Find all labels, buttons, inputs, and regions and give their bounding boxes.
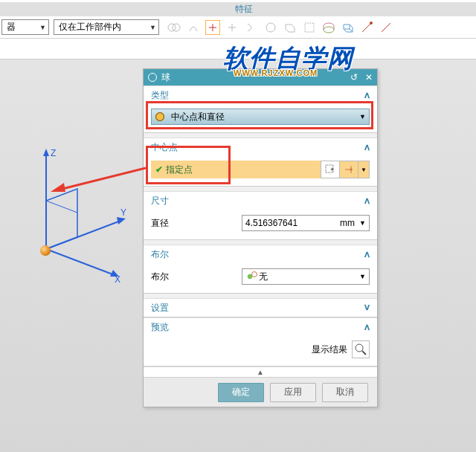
diameter-input[interactable]: 4.516367641 mm ▼ <box>242 215 370 231</box>
combo-filter-2-text: 仅在工作部件内 <box>59 21 121 33</box>
section-center-label: 中心点 <box>151 141 178 154</box>
svg-text:Y: Y <box>120 207 126 218</box>
apply-button[interactable]: 应用 <box>270 383 316 402</box>
toolbar-main: 器 ▼ 仅在工作部件内 ▼ <box>0 16 476 39</box>
section-size-label: 尺寸 <box>151 195 169 207</box>
section-settings-header[interactable]: 设置 ʌ <box>144 299 377 317</box>
dialog-titlebar[interactable]: 球 ↺ ✕ <box>144 69 377 85</box>
bool-dropdown[interactable]: 无 ▼ <box>242 268 370 285</box>
show-result-label: 显示结果 <box>312 343 347 356</box>
section-bool-header[interactable]: 布尔 ʌ <box>144 245 377 263</box>
tool-icon-6[interactable] <box>263 20 278 35</box>
chevron-up-icon: ʌ <box>364 142 370 152</box>
type-dropdown[interactable]: 中心点和直径 ▼ <box>151 109 370 125</box>
chevron-up-icon: ʌ <box>364 90 370 100</box>
ok-button[interactable]: 确定 <box>218 383 264 402</box>
show-result-button[interactable] <box>352 340 370 358</box>
section-bool-label: 布尔 <box>151 248 169 261</box>
svg-point-6 <box>266 23 275 32</box>
section-size-header[interactable]: 尺寸 ʌ <box>144 192 377 210</box>
chevron-up-icon: ʌ <box>364 196 370 206</box>
origin-point[interactable] <box>40 245 51 256</box>
dialog-button-row: 确定 应用 取消 <box>144 377 377 407</box>
chevron-down-icon: ▼ <box>149 24 156 31</box>
tool-icon-12[interactable] <box>379 20 394 35</box>
svg-text:Z: Z <box>51 149 56 158</box>
chevron-down-icon: ▼ <box>359 113 366 120</box>
svg-line-8 <box>350 25 353 28</box>
svg-point-32 <box>356 344 363 352</box>
svg-line-18 <box>46 249 115 275</box>
type-dropdown-value: 中心点和直径 <box>171 111 225 123</box>
tool-icon-10[interactable] <box>341 20 356 35</box>
combo-filter-2[interactable]: 仅在工作部件内 ▼ <box>54 19 159 35</box>
tool-icon-11[interactable] <box>360 20 375 35</box>
toolbar-icons <box>167 20 394 35</box>
combo-filter-1[interactable]: 器 ▼ <box>1 19 49 35</box>
close-icon[interactable]: ✕ <box>365 72 373 83</box>
svg-rect-7 <box>305 23 314 32</box>
tool-icon-3[interactable] <box>205 20 220 35</box>
point-constructor-button[interactable] <box>339 161 358 178</box>
diameter-unit: mm <box>340 218 355 228</box>
section-center-header[interactable]: 中心点 ʌ <box>144 138 377 156</box>
point-picker-button[interactable]: + <box>321 161 340 178</box>
chevron-up-icon: ʌ <box>364 322 370 332</box>
svg-line-12 <box>362 23 371 32</box>
tool-icon-4[interactable] <box>225 20 239 35</box>
sphere-dialog: 球 ↺ ✕ 类型 ʌ 中心点和直径 ▼ 中心点 ʌ <box>143 68 378 407</box>
magnifier-icon <box>354 343 367 356</box>
tool-icon-8[interactable] <box>302 20 317 35</box>
section-preview-label: 预览 <box>151 321 169 334</box>
section-type-header[interactable]: 类型 ʌ <box>144 86 377 104</box>
svg-marker-16 <box>43 149 49 156</box>
section-preview-header[interactable]: 预览 ʌ <box>144 318 377 336</box>
diameter-label: 直径 <box>151 217 169 230</box>
svg-point-13 <box>370 22 373 25</box>
sphere-type-icon <box>155 112 165 122</box>
chevron-down-icon: ▼ <box>39 24 46 31</box>
specify-point-label: 指定点 <box>166 164 193 176</box>
cancel-button[interactable]: 取消 <box>322 383 368 402</box>
svg-point-1 <box>173 24 180 31</box>
chevron-down-icon: ▼ <box>359 273 366 280</box>
tool-icon-1[interactable] <box>167 20 181 35</box>
svg-text:X: X <box>115 274 120 282</box>
feature-tab[interactable]: 特征 <box>235 3 253 16</box>
reset-icon[interactable]: ↺ <box>350 72 358 83</box>
diameter-value: 4.516367641 <box>245 218 298 228</box>
tool-icon-7[interactable] <box>283 20 298 35</box>
check-icon: ✔ <box>155 164 163 175</box>
point-options-button[interactable]: ▼ <box>358 161 370 178</box>
svg-line-33 <box>362 351 366 355</box>
chevron-down-icon: ▼ <box>359 219 366 227</box>
dialog-collapse-bar[interactable]: ▲ <box>144 367 377 377</box>
chevron-down-icon: ʌ <box>364 303 370 313</box>
specify-point-field[interactable]: ✔ 指定点 <box>151 161 321 178</box>
combo-filter-1-text: 器 <box>7 21 16 33</box>
bool-value: 无 <box>259 271 268 283</box>
svg-point-0 <box>168 24 176 31</box>
chevron-up-icon: ʌ <box>364 249 370 259</box>
dialog-title-text: 球 <box>161 71 170 84</box>
section-type-label: 类型 <box>151 89 169 102</box>
coordinate-axes: Z X Y <box>31 149 128 282</box>
svg-text:+: + <box>330 166 334 173</box>
svg-marker-22 <box>117 217 126 225</box>
bool-none-icon <box>245 272 254 281</box>
gear-icon <box>148 73 157 82</box>
svg-line-24 <box>46 201 77 213</box>
tool-icon-5[interactable] <box>244 20 259 35</box>
tool-icon-2[interactable] <box>186 20 201 35</box>
section-settings-label: 设置 <box>151 302 169 314</box>
svg-point-31 <box>350 169 353 171</box>
tool-icon-9[interactable] <box>321 20 336 35</box>
toolbar-secondary <box>0 39 476 59</box>
svg-line-10 <box>350 29 353 32</box>
bool-field-label: 布尔 <box>151 271 169 283</box>
svg-line-14 <box>382 23 390 32</box>
